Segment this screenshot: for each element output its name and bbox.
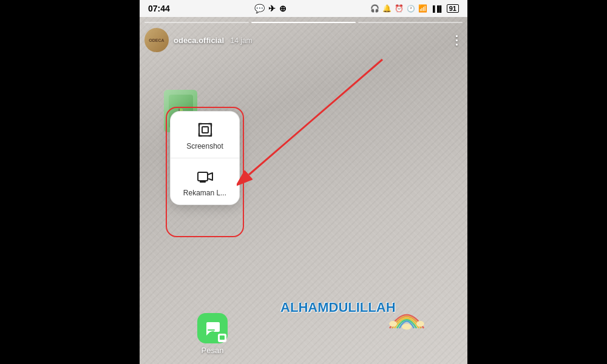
popup-menu[interactable]: Screenshot Rekaman L... [170, 111, 240, 205]
pesan-badge [218, 334, 226, 342]
user-avatar[interactable]: ODECA [144, 28, 169, 52]
record-label: Rekaman L... [183, 189, 226, 197]
story-time: 14 jam [231, 36, 253, 45]
pesan-area[interactable]: Pesan [197, 313, 228, 355]
phone-frame: 07:44 💬 ✈ ⊕ 🎧 🔔 ⏰ 🕐 📶 ▐▐▌ 91 [140, 0, 467, 364]
progress-bar-2 [251, 22, 356, 23]
user-details: odeca.official 14 jam [174, 35, 253, 46]
svg-rect-6 [200, 181, 206, 183]
clock-icon: 🕐 [407, 5, 415, 13]
screenshot-icon [197, 121, 214, 138]
svg-rect-9 [208, 329, 215, 331]
story-user-info: ODECA odeca.official 14 jam [144, 28, 253, 52]
status-left-icons: 💬 ✈ ⊕ [254, 4, 287, 13]
wifi-icon: 📶 [418, 4, 427, 13]
screenshot-menu-item[interactable]: Screenshot [171, 112, 239, 158]
telegram-icon: ✈ [268, 4, 276, 13]
rainbow-decoration [382, 306, 431, 331]
story-username: odeca.official [174, 36, 224, 45]
story-progress [144, 22, 463, 23]
screenshot-label: Screenshot [186, 142, 223, 150]
record-menu-item[interactable]: Rekaman L... [171, 158, 239, 204]
status-bar: 07:44 💬 ✈ ⊕ 🎧 🔔 ⏰ 🕐 📶 ▐▐▌ 91 [140, 0, 467, 17]
messenger-icon: ⊕ [279, 4, 287, 13]
svg-point-0 [389, 321, 397, 327]
progress-bar-3 [358, 22, 463, 23]
signal-icon: ▐▐▌ [430, 5, 443, 12]
battery-icon: 91 [447, 4, 459, 13]
status-icons: 🎧 🔔 ⏰ 🕐 📶 ▐▐▌ 91 [370, 4, 459, 13]
more-options-button[interactable]: ⋮ [450, 33, 463, 47]
story-area[interactable]: ODECA odeca.official 14 jam ⋮ 📗 ALHAMDUL… [140, 17, 467, 364]
headphone-icon: 🎧 [370, 4, 379, 13]
svg-rect-10 [211, 331, 214, 334]
whatsapp-icon: 💬 [254, 4, 265, 13]
status-time: 07:44 [148, 4, 170, 13]
notification-icon: 🔔 [382, 4, 392, 13]
progress-bar-1 [144, 22, 249, 23]
avatar-text: ODECA [149, 38, 164, 42]
alarm-icon: ⏰ [395, 4, 404, 13]
pesan-label: Pesan [202, 346, 224, 355]
svg-point-2 [402, 324, 412, 330]
alhamdulillah-text: ALHAMDULILLAH [280, 300, 395, 315]
record-icon [197, 168, 214, 185]
svg-rect-5 [198, 172, 208, 181]
svg-rect-4 [202, 127, 208, 133]
svg-point-1 [416, 321, 424, 327]
story-header: ODECA odeca.official 14 jam ⋮ [144, 28, 463, 52]
svg-rect-11 [220, 335, 225, 340]
pesan-button[interactable] [197, 313, 228, 343]
svg-rect-3 [199, 124, 211, 136]
